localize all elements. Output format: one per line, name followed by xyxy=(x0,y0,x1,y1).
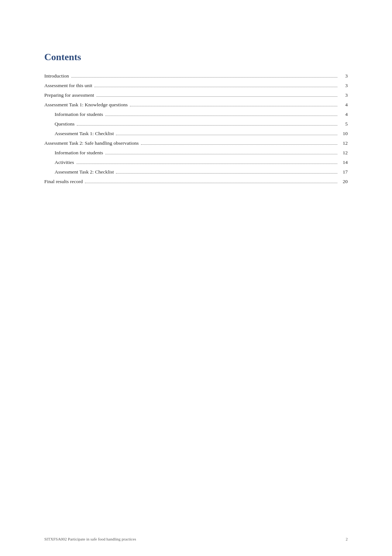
toc-page-number: 4 xyxy=(340,111,348,117)
toc-dots xyxy=(116,135,337,135)
toc-dots xyxy=(94,87,337,87)
toc-item: Information for students12 xyxy=(44,150,348,156)
toc-item: Assessment Task 2: Safe handling observa… xyxy=(44,140,348,146)
toc-dots xyxy=(116,173,337,174)
toc-page-number: 14 xyxy=(340,159,348,165)
page-container: Contents Introduction3Assessment for thi… xyxy=(0,0,392,556)
page-footer: SITXFSA002 Participate in safe food hand… xyxy=(0,537,392,541)
toc-dots xyxy=(76,164,338,164)
toc-label: Assessment for this unit xyxy=(44,83,92,89)
toc-label: Questions xyxy=(44,121,75,127)
toc-label: Preparing for assessment xyxy=(44,92,94,98)
toc-item: Assessment Task 1: Checklist10 xyxy=(44,131,348,137)
toc-item: Introduction3 xyxy=(44,73,348,79)
toc-dots xyxy=(85,183,337,183)
toc-label: Introduction xyxy=(44,73,69,79)
page-title: Contents xyxy=(44,52,348,63)
toc-dots xyxy=(105,154,337,154)
toc-label: Activities xyxy=(44,159,74,165)
toc-item: Information for students4 xyxy=(44,111,348,117)
toc-dots xyxy=(105,116,337,116)
toc-item: Assessment for this unit3 xyxy=(44,83,348,89)
toc-page-number: 20 xyxy=(340,179,348,185)
toc-item: Preparing for assessment3 xyxy=(44,92,348,98)
toc-label: Assessment Task 1: Knowledge questions xyxy=(44,102,128,108)
toc-label: Final results record xyxy=(44,179,83,185)
toc-page-number: 17 xyxy=(340,169,348,175)
footer-right: 2 xyxy=(346,537,348,541)
toc-page-number: 5 xyxy=(340,121,348,127)
toc-item: Assessment Task 2: Checklist17 xyxy=(44,169,348,175)
toc-page-number: 3 xyxy=(340,83,348,89)
toc-label: Assessment Task 2: Checklist xyxy=(44,169,114,175)
toc-dots xyxy=(130,106,337,106)
toc-item: Assessment Task 1: Knowledge questions4 xyxy=(44,102,348,108)
toc-label: Assessment Task 2: Safe handling observa… xyxy=(44,140,139,146)
toc-page-number: 12 xyxy=(340,150,348,156)
toc-label: Information for students xyxy=(44,111,103,117)
toc-label: Information for students xyxy=(44,150,103,156)
toc-page-number: 10 xyxy=(340,131,348,137)
toc-dots xyxy=(71,77,337,78)
toc-item: Questions5 xyxy=(44,121,348,127)
toc-item: Final results record20 xyxy=(44,179,348,185)
toc-label: Assessment Task 1: Checklist xyxy=(44,131,114,137)
toc-item: Activities14 xyxy=(44,159,348,165)
toc-page-number: 4 xyxy=(340,102,348,108)
toc-page-number: 12 xyxy=(340,140,348,146)
toc-dots xyxy=(77,125,337,126)
toc-page-number: 3 xyxy=(340,92,348,98)
table-of-contents: Introduction3Assessment for this unit3Pr… xyxy=(44,73,348,185)
toc-dots xyxy=(96,96,337,97)
toc-page-number: 3 xyxy=(340,73,348,79)
toc-dots xyxy=(141,144,337,145)
footer-left: SITXFSA002 Participate in safe food hand… xyxy=(44,537,136,541)
